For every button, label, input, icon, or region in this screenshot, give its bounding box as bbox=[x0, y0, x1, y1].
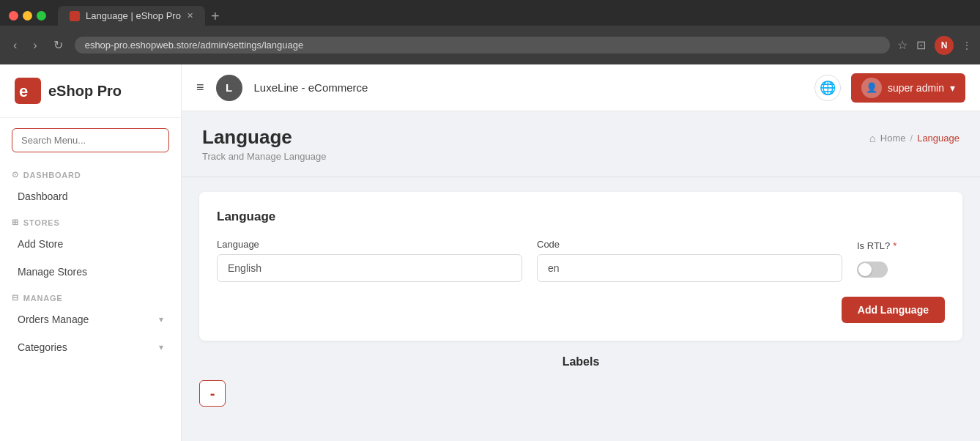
toggle-knob bbox=[858, 263, 872, 276]
browser-chrome: Language | eShop Pro ✕ + ‹ › ↻ eshop-pro… bbox=[0, 0, 980, 64]
nav-right-controls: ☆ ⊡ N ⋮ bbox=[897, 36, 971, 55]
store-avatar: L bbox=[216, 75, 242, 101]
user-menu-btn[interactable]: 👤 super admin ▾ bbox=[851, 73, 965, 103]
sidebar-item-add-store-label: Add Store bbox=[18, 238, 63, 250]
sidebar-item-manage-stores-label: Manage Stores bbox=[18, 266, 87, 278]
logo-icon: e bbox=[15, 78, 41, 104]
rtl-group: Is RTL? * bbox=[857, 239, 945, 278]
tab-title: Language | eShop Pro bbox=[86, 10, 181, 21]
sidebar-item-manage-stores[interactable]: Manage Stores bbox=[6, 259, 175, 285]
breadcrumb-separator: / bbox=[910, 133, 913, 144]
add-btn-container: Add Language bbox=[217, 282, 945, 323]
section-label-stores: ⊞ Stores bbox=[12, 218, 169, 227]
section-label-manage: ⊟ Manage bbox=[12, 293, 169, 303]
rtl-required-marker: * bbox=[893, 240, 897, 251]
logo-text: eShop Pro bbox=[48, 83, 122, 100]
code-label: Code bbox=[537, 239, 842, 250]
code-field-group: Code bbox=[537, 239, 842, 282]
nav-bar: ‹ › ↻ eshop-pro.eshopweb.store/admin/set… bbox=[0, 26, 980, 64]
globe-btn[interactable]: 🌐 bbox=[814, 75, 841, 101]
breadcrumb-current-label: Language bbox=[917, 133, 959, 144]
user-avatar: 👤 bbox=[861, 78, 882, 98]
globe-icon: 🌐 bbox=[820, 80, 836, 96]
main-area: ≡ L LuxeLine - eCommerce 🌐 👤 super admin… bbox=[182, 64, 980, 441]
browser-menu-icon[interactable]: ⋮ bbox=[962, 40, 971, 51]
chevron-down-icon: ▾ bbox=[159, 342, 163, 352]
active-tab[interactable]: Language | eShop Pro ✕ bbox=[58, 6, 205, 26]
tab-favicon bbox=[70, 11, 80, 21]
url-text: eshop-pro.eshopweb.store/admin/settings/… bbox=[85, 40, 303, 51]
user-avatar-icon: 👤 bbox=[866, 82, 877, 93]
tab-bar: Language | eShop Pro ✕ + bbox=[0, 0, 980, 26]
code-input[interactable] bbox=[537, 254, 842, 282]
sidebar-item-dashboard[interactable]: Dashboard bbox=[6, 183, 175, 210]
page-title-area: Language Track and Manage Language bbox=[202, 126, 326, 162]
address-bar[interactable]: eshop-pro.eshopweb.store/admin/settings/… bbox=[75, 37, 890, 53]
remove-label-button[interactable]: - bbox=[199, 380, 226, 407]
page-title: Language bbox=[202, 126, 326, 149]
sidebar: e eShop Pro ⊙ Dashboard Dashboard ⊞ Stor… bbox=[0, 64, 182, 441]
sidebar-section-dashboard: ⊙ Dashboard bbox=[0, 163, 181, 182]
section-label-dashboard: ⊙ Dashboard bbox=[12, 170, 169, 179]
close-window-btn[interactable] bbox=[9, 11, 18, 21]
maximize-window-btn[interactable] bbox=[37, 11, 46, 21]
card-title: Language bbox=[217, 210, 945, 224]
manage-icon: ⊟ bbox=[12, 293, 19, 303]
search-container bbox=[0, 118, 181, 163]
sidebar-item-orders-label: Orders Manage bbox=[18, 314, 89, 325]
sidebar-item-categories-label: Categories bbox=[18, 341, 67, 353]
back-btn[interactable]: ‹ bbox=[9, 37, 21, 53]
header-right: 🌐 👤 super admin ▾ bbox=[814, 73, 965, 103]
svg-text:e: e bbox=[19, 82, 28, 100]
add-language-button[interactable]: Add Language bbox=[842, 297, 945, 323]
sidebar-item-categories[interactable]: Categories ▾ bbox=[6, 334, 175, 360]
store-initial: L bbox=[226, 81, 232, 94]
refresh-btn[interactable]: ↻ bbox=[49, 37, 67, 53]
window-controls bbox=[9, 11, 46, 21]
app: e eShop Pro ⊙ Dashboard Dashboard ⊞ Stor… bbox=[0, 64, 980, 441]
top-header: ≡ L LuxeLine - eCommerce 🌐 👤 super admin… bbox=[182, 64, 980, 111]
language-form-card: Language Language Code Is RTL? * bbox=[199, 192, 962, 341]
rtl-toggle[interactable] bbox=[857, 262, 888, 278]
profile-btn[interactable]: N bbox=[935, 36, 954, 55]
forward-btn[interactable]: › bbox=[29, 37, 41, 53]
content-area: Language Track and Manage Language ⌂ Hom… bbox=[182, 111, 980, 441]
breadcrumb: ⌂ Home / Language bbox=[869, 132, 959, 144]
sidebar-item-add-store[interactable]: Add Store bbox=[6, 231, 175, 257]
language-input[interactable] bbox=[217, 254, 522, 282]
tab-close-btn[interactable]: ✕ bbox=[187, 11, 193, 21]
new-tab-btn[interactable]: + bbox=[211, 9, 220, 23]
labels-title: Labels bbox=[199, 355, 962, 368]
labels-section: Labels - bbox=[199, 355, 962, 407]
bookmark-icon[interactable]: ☆ bbox=[897, 38, 907, 52]
sidebar-item-dashboard-label: Dashboard bbox=[18, 190, 68, 202]
hamburger-btn[interactable]: ≡ bbox=[196, 80, 204, 95]
logo-area: e eShop Pro bbox=[0, 64, 181, 118]
dashboard-icon: ⊙ bbox=[12, 170, 19, 179]
form-row: Language Code Is RTL? * bbox=[217, 239, 945, 282]
language-field-group: Language bbox=[217, 239, 522, 282]
user-name: super admin bbox=[888, 82, 944, 94]
chevron-down-icon: ▾ bbox=[159, 314, 163, 325]
rtl-label: Is RTL? * bbox=[857, 240, 945, 251]
extensions-icon[interactable]: ⊡ bbox=[916, 38, 926, 52]
breadcrumb-home-icon: ⌂ bbox=[869, 132, 876, 144]
stores-icon: ⊞ bbox=[12, 218, 19, 227]
sidebar-section-stores: ⊞ Stores bbox=[0, 210, 181, 230]
user-chevron-icon: ▾ bbox=[950, 82, 955, 94]
search-input[interactable] bbox=[12, 128, 169, 152]
page-subtitle: Track and Manage Language bbox=[202, 151, 326, 162]
breadcrumb-home-label: Home bbox=[880, 133, 906, 144]
page-header: Language Track and Manage Language ⌂ Hom… bbox=[182, 111, 980, 177]
language-label: Language bbox=[217, 239, 522, 250]
sidebar-item-orders-manage[interactable]: Orders Manage ▾ bbox=[6, 306, 175, 333]
sidebar-section-manage: ⊟ Manage bbox=[0, 286, 181, 305]
store-name: LuxeLine - eCommerce bbox=[254, 81, 368, 94]
minimize-window-btn[interactable] bbox=[23, 11, 32, 21]
